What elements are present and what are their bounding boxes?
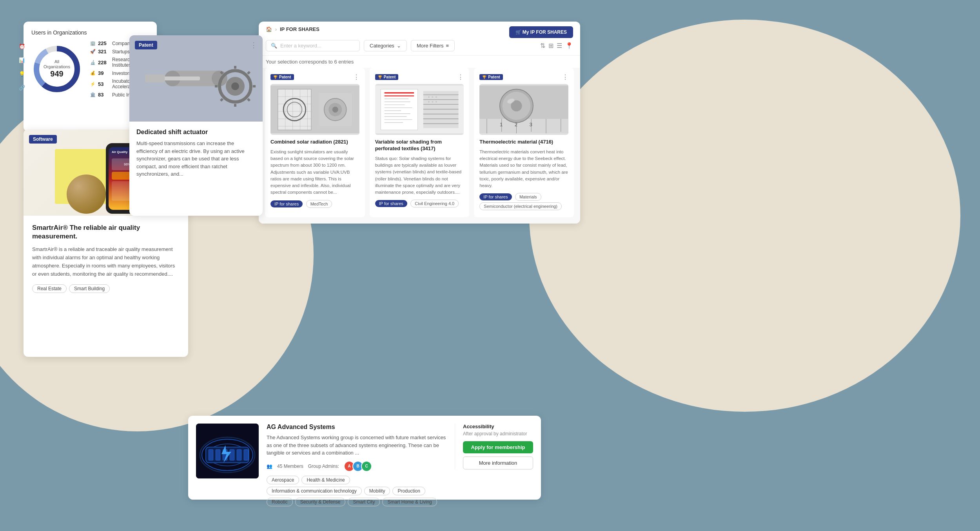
svg-point-62 <box>436 96 437 98</box>
patent-card-2: 🏆 Patent ⋮ <box>370 68 470 217</box>
categories-label: Categories <box>370 43 394 49</box>
patent-card: Patent ⋮ Dedicated shift actuator Multi-… <box>129 35 263 216</box>
tag-ict[interactable]: Information & communication technology <box>267 487 362 495</box>
patent-2-menu[interactable]: ⋮ <box>457 73 464 81</box>
donut-center: AllOrganizations 949 <box>44 59 70 78</box>
software-badge: Software <box>29 135 57 144</box>
more-filters-button[interactable]: More Filters ≡ <box>411 40 455 51</box>
approval-text: After approval by administrator <box>463 431 533 436</box>
patent-1-image <box>270 84 359 135</box>
svg-rect-89 <box>237 449 241 460</box>
tag-ip-shares-3[interactable]: IP for shares <box>479 193 512 200</box>
tag-health-medicine[interactable]: Health & Medicine <box>301 476 350 484</box>
patent-cards-area: 🏆 Patent ⋮ <box>259 68 580 224</box>
sidebar-icon-3: 💡 <box>19 71 25 77</box>
ag-body: AG Advanced Systems The Advanced Systems… <box>267 424 447 506</box>
patent-3-title: Thermoelectric material (4716) <box>479 139 568 145</box>
org-card-title: Users in Organizations <box>31 29 149 36</box>
patent-description: Multi-speed transmissions can increase t… <box>136 140 256 178</box>
members-icon: 👥 <box>267 464 272 469</box>
software-tags: Real Estate Smart Building <box>32 284 180 293</box>
tag-production[interactable]: Production <box>392 487 425 495</box>
svg-line-15 <box>221 72 223 74</box>
svg-point-61 <box>432 96 433 98</box>
product-cylinder <box>67 175 106 214</box>
svg-point-38 <box>332 106 338 112</box>
tag-medtech[interactable]: MedTech <box>306 200 332 208</box>
svg-rect-40 <box>381 89 417 130</box>
ag-tags: Aerospace Health & Medicine Information … <box>267 476 447 506</box>
results-info: Your selection corresponds to 6 entries <box>259 56 580 68</box>
patent-1-menu[interactable]: ⋮ <box>353 73 359 81</box>
companies-icon: 🏢 <box>90 41 96 46</box>
patent-3-tags: IP for shares Materials Semiconductor (e… <box>479 193 568 212</box>
software-card-body: SmartrAir® The reliable air quality meas… <box>24 216 188 299</box>
patent-1-badge: 🏆 Patent <box>270 74 294 80</box>
research-icon: 🔬 <box>90 60 96 65</box>
ag-members-row: 👥 45 Members Group Admins: A B C <box>267 461 447 472</box>
apply-membership-button[interactable]: Apply for membership <box>463 441 533 453</box>
patent-3-menu[interactable]: ⋮ <box>562 73 568 81</box>
tag-ip-shares-2[interactable]: IP for shares <box>375 200 407 207</box>
patent-1-header: 🏆 Patent ⋮ <box>270 73 359 81</box>
software-title: SmartrAir® The reliable air quality meas… <box>32 224 180 241</box>
ag-right-panel: Accessibility After approval by administ… <box>455 424 533 469</box>
svg-point-19 <box>231 82 239 90</box>
home-icon[interactable]: 🏠 <box>266 26 272 32</box>
svg-text:3: 3 <box>530 121 532 127</box>
svg-line-17 <box>248 72 250 74</box>
svg-rect-20 <box>161 76 200 80</box>
startups-icon: 🚀 <box>90 49 96 55</box>
patent-1-title: Combined solar radiation (2821) <box>270 139 359 145</box>
donut-chart: AllOrganizations 949 <box>31 44 82 95</box>
tag-aerospace[interactable]: Aerospace <box>267 476 299 484</box>
tag-materials[interactable]: Materials <box>515 193 541 201</box>
ip-title-bar: 🏠 › IP FOR SHARES 🛒 My IP FOR SHARES <box>259 22 580 36</box>
tag-ip-shares-1[interactable]: IP for shares <box>270 200 303 207</box>
tag-security[interactable]: Security & Defense <box>295 498 346 506</box>
patent-2-tags: IP for shares Civil Engineering 4.0 <box>375 200 464 209</box>
svg-line-16 <box>248 99 250 101</box>
software-description: SmartrAir® is a reliable and traceable a… <box>32 245 180 278</box>
ip-breadcrumb: 🏠 › IP FOR SHARES <box>266 26 319 32</box>
tag-smart-building[interactable]: Smart Building <box>69 284 110 293</box>
patent-card-body: Dedicated shift actuator Multi-speed tra… <box>129 122 263 184</box>
more-filters-label: More Filters <box>417 43 444 49</box>
tag-semiconductor[interactable]: Semiconductor (electrical engineering) <box>479 202 562 210</box>
grid-view-icon[interactable]: ⊞ <box>548 42 554 49</box>
tag-smart-home[interactable]: Smart Home & Living <box>382 498 437 506</box>
tag-smart-city[interactable]: Smart City <box>348 498 380 506</box>
categories-filter[interactable]: Categories ⌄ <box>364 40 407 51</box>
search-placeholder: Enter a keyword... <box>280 43 321 49</box>
tag-real-estate[interactable]: Real Estate <box>32 284 67 293</box>
more-information-button[interactable]: More information <box>463 456 533 469</box>
patent-more-menu[interactable]: ⋮ <box>250 41 257 49</box>
filter-icon: ≡ <box>446 43 449 49</box>
patent-2-badge-icon: 🏆 <box>378 75 382 79</box>
patent-2-desc: Status quo: Solar shading systems for bu… <box>375 155 464 196</box>
patent-3-badge-icon: 🏆 <box>482 75 486 79</box>
sort-icon[interactable]: ⇅ <box>540 42 545 49</box>
public-icon: 🏛️ <box>90 92 96 98</box>
search-box[interactable]: 🔍 Enter a keyword... <box>266 40 360 51</box>
sidebar-icon-4: 🔗 <box>19 85 25 91</box>
tag-robotic[interactable]: Robotic <box>267 498 293 506</box>
list-view-icon[interactable]: ☰ <box>557 42 562 49</box>
patent-2-badge: 🏆 Patent <box>375 74 399 80</box>
patent-1-desc: Existing sunlight simulators are usually… <box>270 149 359 196</box>
ag-description: The Advanced Systems working group is co… <box>267 434 447 457</box>
patent-card-3: 🏆 Patent ⋮ <box>474 68 574 217</box>
patent-2-title: Variable solar shading from perforated t… <box>375 139 464 152</box>
patent-3-badge: 🏆 Patent <box>479 74 503 80</box>
my-ip-button[interactable]: 🛒 My IP FOR SHARES <box>509 26 573 38</box>
ag-image <box>196 424 259 478</box>
map-icon[interactable]: 📍 <box>565 42 573 49</box>
svg-rect-85 <box>209 449 213 460</box>
ag-title: AG Advanced Systems <box>267 424 447 431</box>
sidebar-icon-2: 📊 <box>19 57 25 63</box>
tag-civil-engineering[interactable]: Civil Engineering 4.0 <box>410 200 459 207</box>
group-admins-label: Group Admins: <box>308 464 339 469</box>
sidebar-icon-1: ⏰ <box>19 44 25 49</box>
tag-mobility[interactable]: Mobility <box>364 487 390 495</box>
admin-avatars: A B C <box>344 461 372 472</box>
